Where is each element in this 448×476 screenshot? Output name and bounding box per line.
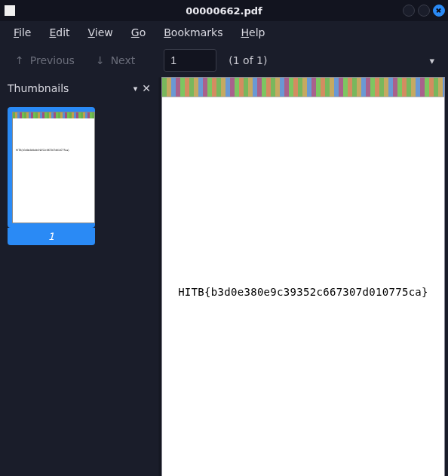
side-panel-title: Thumbnails	[8, 82, 69, 94]
previous-label: Previous	[30, 54, 75, 66]
menu-help[interactable]: Help	[233, 23, 272, 41]
thumbnail-decor	[13, 112, 94, 118]
close-button[interactable]	[433, 5, 445, 17]
thumbnail-label: 1	[8, 228, 95, 245]
page-text: HITB{b3d0e380e9c39352c667307d010775ca}	[162, 286, 444, 298]
page-1: HITB{b3d0e380e9c39352c667307d010775ca} C…	[161, 77, 445, 476]
thumbnail-text: HITB{b3d0e380e9c39352c667307d010775ca}	[13, 118, 94, 152]
toolbar-menu-dropdown[interactable]: ▾	[423, 51, 440, 71]
menu-file[interactable]: File	[6, 23, 38, 41]
next-button[interactable]: ↓ Next	[88, 50, 143, 71]
page-count-label: (1 of 1)	[229, 54, 267, 66]
page-header-graphic	[162, 78, 444, 97]
menu-edit[interactable]: Edit	[41, 23, 77, 41]
arrow-up-icon: ↑	[15, 55, 24, 66]
menu-go[interactable]: Go	[124, 23, 153, 41]
document-viewer[interactable]: HITB{b3d0e380e9c39352c667307d010775ca} C…	[158, 77, 448, 476]
app-icon	[5, 5, 15, 16]
window-title: 00000662.pdf	[186, 5, 262, 17]
window-controls	[403, 5, 445, 17]
page-number-input[interactable]	[164, 49, 216, 72]
thumbnail-1[interactable]: HITB{b3d0e380e9c39352c667307d010775ca}	[8, 107, 95, 228]
maximize-button[interactable]	[418, 5, 430, 17]
menu-bookmarks[interactable]: Bookmarks	[156, 23, 230, 41]
side-panel: Thumbnails ▾ ✕ HITB{b3d0e380e9c39352c667…	[0, 77, 158, 476]
menu-view[interactable]: View	[81, 23, 121, 41]
previous-button[interactable]: ↑ Previous	[8, 50, 82, 71]
menubar: File Edit View Go Bookmarks Help	[0, 21, 448, 44]
side-panel-close[interactable]: ✕	[142, 82, 151, 94]
next-label: Next	[111, 54, 136, 66]
minimize-button[interactable]	[403, 5, 415, 17]
side-panel-dropdown[interactable]: ▾	[133, 84, 138, 94]
toolbar: ↑ Previous ↓ Next (1 of 1) ▾	[0, 44, 448, 77]
chevron-down-icon: ▾	[429, 55, 434, 66]
arrow-down-icon: ↓	[96, 55, 105, 66]
